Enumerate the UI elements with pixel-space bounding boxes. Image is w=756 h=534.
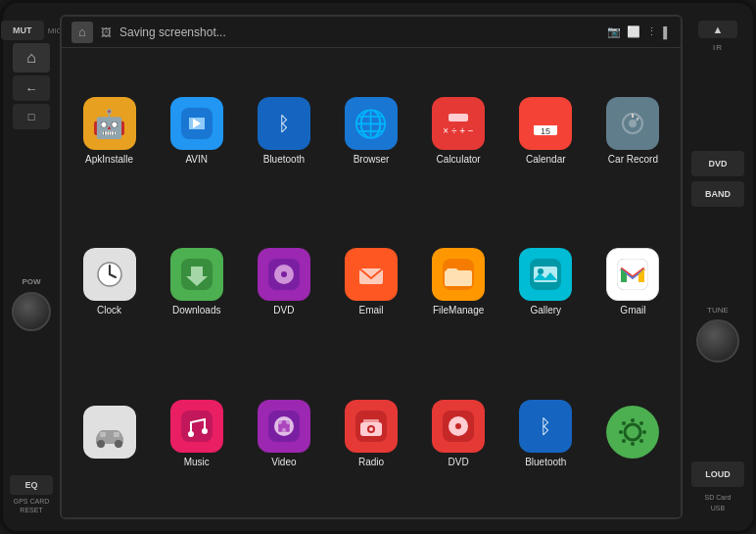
gps-label: GPS CARD (14, 498, 50, 505)
screen-area: ⌂ 🖼 Saving screenshot... 📷 ⬜ ⋮ ▌ 🤖 ApkIn… (60, 3, 683, 531)
svg-text:ᛒ: ᛒ (540, 415, 551, 437)
home-nav-button[interactable]: ⌂ (13, 43, 50, 73)
camera-status-icon: 📷 (607, 25, 621, 38)
app-icon-browser: 🌐 (345, 97, 398, 150)
tune-knob[interactable] (696, 319, 739, 363)
band-button[interactable]: BAND (691, 181, 744, 207)
svg-point-42 (278, 420, 282, 424)
app-apkinstaller[interactable]: 🤖 ApkInstalle (68, 58, 151, 205)
dvd-button[interactable]: DVD (691, 151, 744, 176)
app-icon-bluetooth2: ᛒ (519, 400, 572, 453)
app-calculator[interactable]: × ÷ + − Calculator (417, 58, 500, 205)
sd-label: SD CardUSB (705, 492, 732, 513)
android-screen: ⌂ 🖼 Saving screenshot... 📷 ⬜ ⋮ ▌ 🤖 ApkIn… (60, 15, 683, 519)
app-label-gmail: Gmail (620, 305, 645, 316)
loud-sd-group: LOUD SD CardUSB (691, 461, 744, 513)
app-settings[interactable] (591, 361, 675, 508)
app-label-bluetooth1: Bluetooth (263, 154, 305, 166)
power-knob[interactable] (12, 292, 51, 331)
status-bar: ⌂ 🖼 Saving screenshot... 📷 ⬜ ⋮ ▌ (62, 17, 681, 48)
app-icon-dvd1 (258, 248, 310, 301)
app-label-calculator: Calculator (437, 154, 481, 166)
app-calendar[interactable]: 15 Calendar (504, 58, 588, 205)
svg-rect-32 (100, 432, 106, 437)
app-icon-dvd2 (432, 400, 485, 453)
app-radio[interactable]: Radio (329, 361, 412, 508)
svg-point-63 (639, 439, 643, 443)
app-dvd1[interactable]: DVD (242, 209, 325, 356)
signal-status-icon: ▌ (663, 26, 671, 38)
app-label-filemanager: FileManage (433, 305, 484, 316)
svg-point-12 (629, 120, 637, 127)
app-label-calendar: Calendar (526, 154, 566, 166)
app-caricon[interactable] (68, 361, 151, 508)
pow-group: POW (10, 274, 53, 331)
svg-point-45 (278, 428, 282, 432)
app-filemanager[interactable]: FileManage (417, 209, 500, 356)
app-icon-avin (170, 97, 223, 150)
svg-point-38 (202, 428, 208, 434)
dvd-band-group: DVD BAND (691, 151, 744, 207)
app-gmail[interactable]: Gmail (591, 209, 675, 356)
app-bluetooth1[interactable]: ᛒ Bluetooth (242, 58, 325, 205)
svg-point-62 (642, 430, 646, 434)
svg-point-35 (115, 440, 122, 448)
app-label-apk: ApkInstalle (85, 154, 133, 166)
svg-text:× ÷ + −: × ÷ + − (443, 125, 474, 136)
app-label-downloads: Downloads (172, 305, 220, 316)
app-icon-radio (345, 400, 398, 453)
svg-point-37 (188, 431, 194, 437)
app-bluetooth2[interactable]: ᛒ Bluetooth (504, 361, 588, 508)
car-head-unit: MUT MIC ⌂ ← □ POW EQ GPS CARD RESET ⌂ 🖼 (0, 0, 756, 534)
top-right-group: ▲ IR (698, 21, 737, 52)
left-panel: MUT MIC ⌂ ← □ POW EQ GPS CARD RESET (3, 3, 60, 531)
status-home-icon[interactable]: ⌂ (71, 22, 93, 43)
app-icon-video (258, 400, 310, 453)
app-carrecord[interactable]: Car Record (591, 58, 675, 205)
app-label-dvd2: DVD (449, 457, 469, 468)
app-video[interactable]: Video (242, 361, 325, 508)
top-buttons: MUT MIC ⌂ ← □ (1, 21, 63, 129)
svg-rect-51 (363, 419, 379, 422)
svg-point-34 (97, 440, 105, 448)
svg-text:ᛒ: ᛒ (278, 113, 290, 134)
loud-button[interactable]: LOUD (691, 461, 744, 487)
svg-point-28 (538, 268, 543, 274)
app-label-browser: Browser (354, 154, 390, 166)
svg-point-54 (455, 423, 461, 429)
app-dvd2[interactable]: DVD (417, 361, 500, 508)
app-label-carrecord: Car Record (608, 154, 658, 166)
app-clock[interactable]: Clock (68, 209, 151, 356)
reset-label: RESET (20, 507, 42, 513)
app-icon-caricon (83, 406, 136, 459)
svg-point-46 (286, 428, 290, 432)
eq-group: EQ GPS CARD RESET (10, 475, 53, 513)
svg-point-60 (631, 418, 635, 422)
svg-point-59 (622, 421, 626, 425)
svg-rect-33 (114, 432, 119, 437)
app-email[interactable]: Email (329, 209, 412, 356)
svg-text:15: 15 (541, 126, 550, 136)
app-browser[interactable]: 🌐 Browser (329, 58, 412, 205)
app-label-clock: Clock (97, 305, 121, 316)
app-icon-gallery (519, 248, 572, 301)
app-icon-calculator: × ÷ + − (432, 97, 485, 150)
menu-status-icon: ⋮ (646, 25, 657, 38)
app-avin[interactable]: AVIN (155, 58, 238, 205)
app-icon-carrecord (606, 97, 659, 150)
app-icon-settings (606, 406, 659, 459)
app-grid: 🤖 ApkInstalle AVIN ᛒ Bluetooth 🌐 (62, 48, 681, 517)
screenshot-text: Saving screenshot... (119, 25, 599, 39)
app-downloads[interactable]: Downloads (155, 209, 238, 356)
back-nav-button[interactable]: ← (13, 75, 50, 101)
recent-nav-button[interactable]: □ (13, 104, 50, 129)
svg-rect-8 (534, 118, 557, 125)
svg-rect-36 (181, 411, 213, 442)
mut-button[interactable]: MUT (1, 21, 44, 40)
app-gallery[interactable]: Gallery (504, 209, 588, 356)
eq-button[interactable]: EQ (10, 475, 53, 495)
eject-button[interactable]: ▲ (698, 21, 737, 38)
window-status-icon: ⬜ (627, 25, 640, 38)
app-music[interactable]: Music (155, 361, 238, 508)
app-label-bluetooth2: Bluetooth (525, 457, 566, 468)
